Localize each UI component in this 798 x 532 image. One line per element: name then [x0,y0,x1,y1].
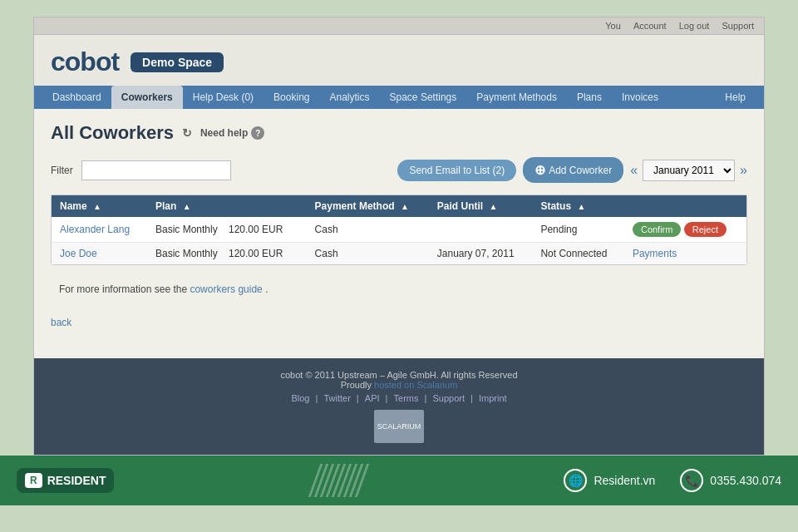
sort-plan-icon: ▲ [183,202,191,211]
refresh-icon[interactable]: ↻ [182,126,192,140]
resident-divider [131,464,547,497]
resident-brand-logo: RESIDENT [47,474,106,487]
info-period: . [265,283,268,295]
filter-input[interactable] [81,160,231,180]
payment-method-2: Cash [307,243,429,265]
actions-2: Payments [624,243,746,265]
footer-links: Blog | Twitter | API | Terms | Support |… [51,393,747,403]
coworkers-table-container: Name ▲ Plan ▲ Payment Method ▲ Paid Unti… [51,195,747,265]
nav-invoices[interactable]: Invoices [612,86,668,109]
sort-paid-icon: ▲ [489,202,497,211]
table-row: Alexander Lang Basic Monthly 120.00 EUR … [52,217,746,243]
resident-contact: 🌐 Resident.vn 📞 0355.430.074 [564,469,781,492]
resident-bar: R RESIDENT 🌐 Resident.vn 📞 0355.430.074 [0,456,798,505]
nav-analytics[interactable]: Analytics [319,86,379,109]
sort-name-icon: ▲ [93,202,101,211]
website-text: Resident.vn [594,474,655,487]
need-help-text: Need help [200,127,248,139]
info-static: For more information see the [59,283,187,295]
resident-logo: R RESIDENT [17,468,114,493]
paid-until-1 [429,217,533,243]
back-link[interactable]: back [51,317,71,328]
account-link[interactable]: Account [633,21,667,31]
coworker-name-link-2[interactable]: Joe Doe [60,248,97,259]
col-plan[interactable]: Plan ▲ [147,195,307,217]
next-month-button[interactable]: » [740,163,747,178]
page-title-row: All Coworkers ↻ Need help ? [51,122,747,144]
website-contact: 🌐 Resident.vn [564,469,655,492]
plan-1: Basic Monthly 120.00 EUR [147,217,307,243]
imprint-link[interactable]: Imprint [479,393,507,403]
add-icon: ⊕ [534,162,545,178]
phone-icon: 📞 [680,469,703,492]
reject-button-1[interactable]: Reject [684,222,727,237]
footer: cobot © 2011 Upstream – Agile GmbH. All … [34,358,764,455]
month-nav: « January 2011 » [630,160,747,181]
sort-status-icon: ▲ [577,202,585,211]
resident-r-icon: R [25,473,42,488]
filter-row: Filter Send Email to List (2) ⊕ Add Cowo… [51,157,747,183]
add-coworker-button[interactable]: ⊕ Add Coworker [523,157,623,183]
nav-space-settings[interactable]: Space Settings [380,86,467,109]
support-footer-link[interactable]: Support [432,393,465,403]
col-actions [624,195,746,217]
you-link[interactable]: You [605,21,621,31]
page-title: All Coworkers [51,122,174,144]
prev-month-button[interactable]: « [630,163,638,178]
filter-actions: Send Email to List (2) ⊕ Add Coworker « … [397,157,747,183]
col-name[interactable]: Name ▲ [52,195,147,217]
website-icon: 🌐 [564,469,587,492]
payment-method-1: Cash [307,217,429,243]
blog-link[interactable]: Blog [291,393,309,403]
col-payment-method[interactable]: Payment Method ▲ [307,195,429,217]
api-link[interactable]: API [365,393,380,403]
scalarium-link[interactable]: hosted on Scalarium [374,380,457,390]
nav-payment-methods[interactable]: Payment Methods [466,86,567,109]
twitter-link[interactable]: Twitter [323,393,350,403]
nav-helpdesk[interactable]: Help Desk (0) [183,86,264,109]
nav-coworkers[interactable]: Coworkers [111,86,183,109]
logout-link[interactable]: Log out [679,21,710,31]
coworkers-table: Name ▲ Plan ▲ Payment Method ▲ Paid Unti… [52,195,746,264]
send-email-button[interactable]: Send Email to List (2) [397,160,516,181]
paid-until-2: January 07, 2011 [429,243,533,265]
coworkers-guide-link[interactable]: coworkers guide [190,283,262,295]
phone-text: 0355.430.074 [710,474,781,487]
footer-hosted: Proudly hosted on Scalarium [51,380,747,390]
info-text: For more information see the coworkers g… [51,275,747,303]
status-1: Pending [532,217,624,243]
content: All Coworkers ↻ Need help ? Filter Send … [34,109,764,358]
help-circle-icon[interactable]: ? [251,126,264,140]
col-status[interactable]: Status ▲ [532,195,624,217]
top-bar: You Account Log out Support [34,17,764,35]
need-help[interactable]: Need help ? [200,126,264,140]
terms-link[interactable]: Terms [394,393,419,403]
status-2: Not Connected [532,243,624,265]
plan-2: Basic Monthly 120.00 EUR [147,243,307,265]
month-select[interactable]: January 2011 [643,160,735,181]
scalarium-logo: SCALARIUM [374,410,424,443]
demo-badge: Demo Space [131,52,224,72]
actions-1: Confirm Reject [624,217,746,243]
payments-link-2[interactable]: Payments [633,248,677,259]
filter-label: Filter [51,165,73,176]
header: cobot Demo Space [34,35,764,86]
support-link[interactable]: Support [722,21,754,31]
add-coworker-label: Add Coworker [549,165,612,176]
nav-help[interactable]: Help [715,86,756,109]
logo: cobot [51,47,119,77]
confirm-button-1[interactable]: Confirm [633,222,682,237]
nav-booking[interactable]: Booking [264,86,319,109]
nav-dashboard[interactable]: Dashboard [42,86,111,109]
table-row: Joe Doe Basic Monthly 120.00 EUR Cash Ja… [52,243,746,265]
nav-plans[interactable]: Plans [567,86,612,109]
footer-copyright: cobot © 2011 Upstream – Agile GmbH. All … [51,370,747,380]
nav: Dashboard Coworkers Help Desk (0) Bookin… [34,86,764,109]
phone-contact: 📞 0355.430.074 [680,469,781,492]
coworker-name-link-1[interactable]: Alexander Lang [60,224,130,235]
sort-payment-icon: ▲ [401,202,409,211]
col-paid-until[interactable]: Paid Until ▲ [429,195,533,217]
diagonal-lines [314,464,363,497]
